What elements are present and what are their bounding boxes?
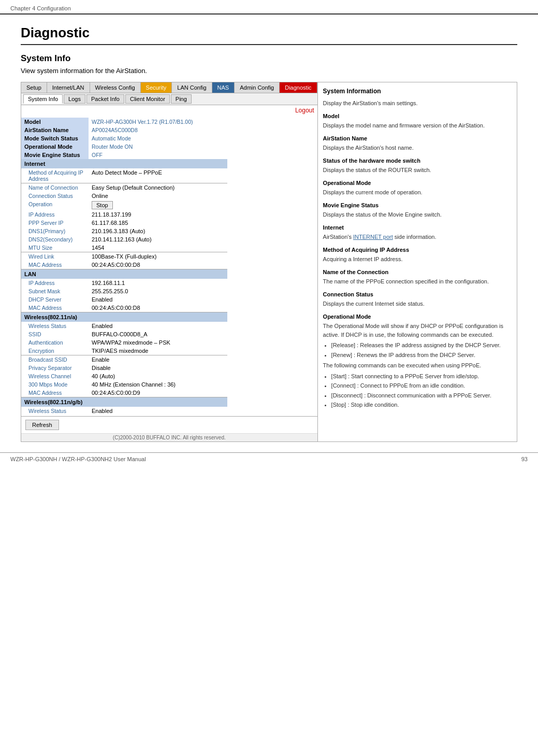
help-panel: System Information Display the AirStatio… [318,82,517,414]
table-row: Wireless Channel40 (Auto) [21,372,317,380]
help-pppoe-intro: The following commands can be executed w… [323,361,512,370]
table-row: Movie Engine StatusOFF [21,151,317,159]
help-internet-desc: AirStation's INTERNET port side informat… [323,233,512,241]
table-row: Name of ConnectionEasy Setup (Default Co… [21,183,317,192]
table-row: EncryptionTKIP/AES mixedmode [21,347,317,355]
system-info-scroll[interactable]: ModelWZR-HP-AG300H Ver.1.72 (R1.07/B1.00… [21,116,317,416]
section-title: System Info [21,53,517,64]
help-op-mode-bullets: [Release] : Releases the IP address assi… [323,341,512,359]
tab-wireless-config[interactable]: Wireless Config [90,82,141,93]
help-bullet-renew: [Renew] : Renews the IP address from the… [331,351,512,360]
help-bullet-disconnect: [Disconnect] : Disconnect communication … [331,391,512,400]
help-airstation-title: AirStation Name [323,134,512,143]
table-row: LAN [21,269,317,279]
help-method-desc: Acquiring a Internet IP address. [323,255,512,264]
tab-setup[interactable]: Setup [21,82,47,93]
table-row: MTU Size1454 [21,244,317,252]
refresh-button[interactable]: Refresh [25,420,59,430]
tab-diagnostic[interactable]: Diagnostic [280,82,317,93]
help-bullet-stop: [Stop] : Stop idle condition. [331,401,512,409]
help-model-title: Model [323,112,512,121]
table-row: IP Address192.168.11.1 [21,279,317,287]
table-row: Operational ModeRouter Mode ON [21,142,317,151]
copyright: (C)2000-2010 BUFFALO INC. All rights res… [21,433,317,441]
table-row: PPP Server IP61.117.68.185 [21,219,317,227]
page-header: Chapter 4 Configuration [0,0,538,15]
help-method-title: Method of Acquiring IP Address [323,246,512,254]
help-internet-title: Internet [323,223,512,232]
help-operational-desc: Displays the current mode of operation. [323,188,512,197]
help-connection-status-desc: Displays the current Internet side statu… [323,299,512,308]
table-row: Wireless StatusEnabled [21,407,317,415]
table-row: MAC Address00:24:A5:C0:00:D8 [21,304,317,312]
table-row: Privacy SeparatorDisable [21,364,317,372]
table-row: Wireless(802.11n/g/b) [21,397,317,407]
table-row: MAC Address00:24:A5:C0:00:D8 [21,261,317,269]
logout-row: Logout [21,105,317,116]
help-movie-engine-desc: Displays the status of the Movie Engine … [323,210,512,219]
table-row: MAC Address00:24:A5:C0:00:D9 [21,389,317,397]
help-movie-engine-title: Movie Engine Status [323,201,512,210]
subtab-logs[interactable]: Logs [64,94,85,104]
footer-left: WZR-HP-G300NH / WZR-HP-G300NH2 User Manu… [10,456,146,462]
table-row: Subnet Mask255.255.255.0 [21,287,317,295]
table-row: AirStation NameAP0024A5C000D8 [21,126,317,134]
table-row: SSIDBUFFALO-C000D8_A [21,330,317,338]
tab-admin-config[interactable]: Admin Config [235,82,280,93]
table-row: Wireless(802.11n/a) [21,312,317,322]
table-row: OperationStop [21,200,317,210]
main-nav: Setup Internet/LAN Wireless Config Secur… [21,82,317,93]
table-row: Broadcast SSIDEnable [21,355,317,364]
help-connection-name-desc: The name of the PPPoE connection specifi… [323,277,512,286]
page-footer: WZR-HP-G300NH / WZR-HP-G300NH2 User Manu… [0,452,538,465]
table-row: Mode Switch StatusAutomatic Mode [21,134,317,142]
sub-nav: System Info Logs Packet Info Client Moni… [21,93,317,105]
table-row: DNS2(Secondary)210.141.112.163 (Auto) [21,235,317,244]
chapter-label: Chapter 4 Configuration [10,5,528,11]
table-row: Wired Link100Base-TX (Full-duplex) [21,252,317,261]
refresh-bar: Refresh [21,416,317,433]
help-mode-switch-title: Status of the hardware mode switch [323,156,512,165]
help-mode-switch-desc: Displays the status of the ROUTER switch… [323,166,512,175]
table-row: DNS1(Primary)210.196.3.183 (Auto) [21,227,317,235]
help-op-mode-title: Operational Mode [323,312,512,321]
help-ip-address-title: IP Address [323,413,512,415]
subtab-client-monitor[interactable]: Client Monitor [125,94,170,104]
help-pppoe-bullets: [Start] : Start connecting to a PPPoE Se… [323,372,512,409]
tab-internet-lan[interactable]: Internet/LAN [47,82,90,93]
help-connection-name-title: Name of the Connection [323,268,512,277]
help-title: System Information [323,87,512,96]
table-row: AuthenticationWPA/WPA2 mixedmode – PSK [21,338,317,347]
help-bullet-start: [Start] : Start connecting to a PPPoE Se… [331,372,512,381]
table-row: Connection StatusOnline [21,192,317,200]
subtab-packet-info[interactable]: Packet Info [86,94,124,104]
subtab-system-info[interactable]: System Info [23,94,63,104]
footer-right: 93 [521,456,528,462]
help-intro: Display the AirStation's main settings. [323,99,512,108]
table-row: IP Address211.18.137.199 [21,210,317,219]
diagnostic-title: Diagnostic [21,25,517,45]
tab-security[interactable]: Security [141,82,172,93]
table-row: Internet [21,159,317,168]
help-op-mode-desc: The Operational Mode will show if any DH… [323,322,512,339]
table-row: 300 Mbps Mode40 MHz (Extension Channel :… [21,380,317,389]
table-row: DHCP ServerEnabled [21,295,317,304]
table-row: Wireless StatusEnabled [21,322,317,330]
help-bullet-connect: [Connect] : Connect to PPPoE from an idl… [331,381,512,390]
help-airstation-desc: Displays the AirStation's host name. [323,144,512,152]
stop-button[interactable]: Stop [92,201,113,209]
table-row: ModelWZR-HP-AG300H Ver.1.72 (R1.07/B1.00… [21,118,317,126]
logout-link[interactable]: Logout [295,107,314,114]
tab-lan-config[interactable]: LAN Config [172,82,212,93]
help-bullet-release: [Release] : Releases the IP address assi… [331,341,512,350]
subtab-ping[interactable]: Ping [171,94,192,104]
help-connection-status-title: Connection Status [323,290,512,299]
internet-port-link[interactable]: INTERNET port [353,234,393,240]
tab-nas[interactable]: NAS [212,82,235,93]
help-operational-title: Operational Mode [323,179,512,188]
section-description: View system information for the AirStati… [21,67,517,75]
help-model-desc: Displays the model name and firmware ver… [323,121,512,130]
table-row: Method of Acquiring IP AddressAuto Detec… [21,168,317,183]
system-info-table: ModelWZR-HP-AG300H Ver.1.72 (R1.07/B1.00… [21,118,317,416]
